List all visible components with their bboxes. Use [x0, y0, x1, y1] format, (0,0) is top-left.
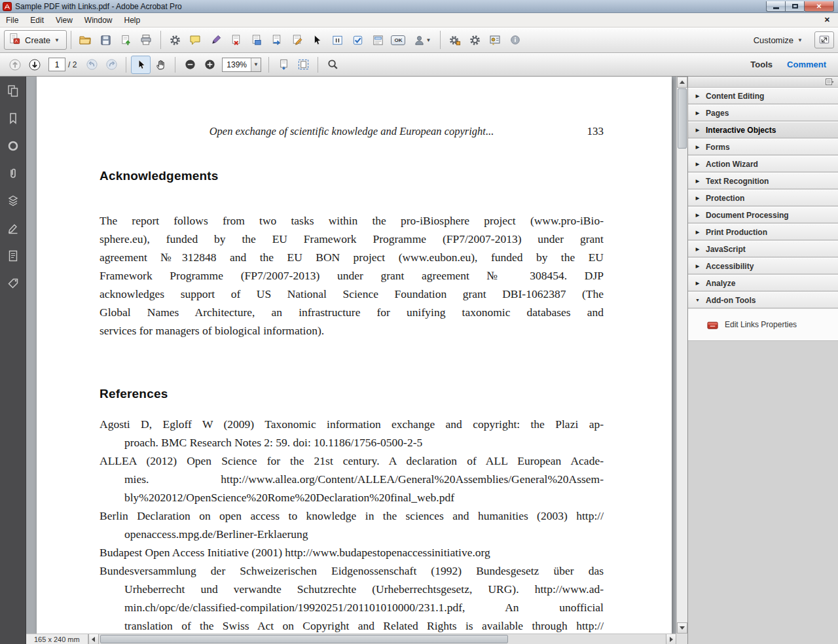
edit-links-properties-button[interactable]: Edit Links Properties [688, 319, 797, 331]
create-button[interactable]: Create ▼ [4, 30, 67, 50]
layers-button[interactable] [7, 194, 20, 207]
zoom-in-button[interactable] [200, 56, 219, 74]
settings-gear-button[interactable] [465, 30, 485, 50]
next-page-button[interactable] [25, 56, 45, 74]
panel-item-protection[interactable]: ▶Protection [688, 190, 838, 206]
panel-item-forms[interactable]: ▶Forms [688, 139, 838, 155]
open-button[interactable] [75, 30, 96, 50]
ack-line: sphere.eu), funded by the EU Framework P… [100, 230, 604, 248]
select-tool-button[interactable] [131, 56, 151, 74]
maximize-button[interactable] [785, 1, 804, 12]
read-mode-button[interactable] [814, 31, 834, 48]
action-gear-button[interactable] [445, 30, 465, 50]
panes-switcher: Tools Comment [750, 60, 833, 69]
panel-item-action-wizard[interactable]: ▶Action Wizard [688, 156, 838, 172]
comment-pane-button[interactable]: Comment [787, 60, 826, 69]
panel-item-interactive-objects[interactable]: ▶Interactive Objects [688, 122, 838, 138]
fit-page-button[interactable] [293, 56, 313, 74]
print-icon [139, 33, 153, 46]
page-number-input[interactable] [48, 58, 65, 71]
chevron-right-icon: ▶ [695, 230, 701, 235]
document-close-button[interactable]: ✕ [822, 16, 833, 24]
window-title: Sample PDF with Links.pdf - Adobe Acroba… [15, 2, 182, 11]
vertical-scrollbar[interactable] [676, 77, 687, 634]
save-icon [100, 34, 112, 46]
reference-line: ALLEA (2012) Open Science for the 21st c… [100, 452, 604, 470]
page-stamp-button[interactable] [246, 30, 266, 50]
references-list: Agosti D, Egloff W (2009) Taxonomic info… [100, 415, 604, 634]
panel-item-pages[interactable]: ▶Pages [688, 105, 838, 121]
panel-item-print-production[interactable]: ▶Print Production [688, 224, 838, 240]
text-edit-button[interactable] [327, 30, 348, 50]
panel-item-analyze[interactable]: ▶Analyze [688, 275, 838, 291]
certificate-button[interactable] [485, 30, 505, 50]
menu-window[interactable]: Window [79, 14, 118, 27]
customize-label: Customize [754, 35, 793, 45]
horizontal-scrollbar[interactable] [99, 634, 666, 644]
comment-button[interactable] [185, 30, 206, 50]
hand-tool-button[interactable] [151, 56, 170, 74]
page-edit-button[interactable] [287, 30, 307, 50]
checkbox-field-button[interactable] [348, 30, 368, 50]
attachments-button[interactable] [7, 167, 20, 180]
tags-button[interactable] [7, 277, 20, 290]
sign-button[interactable] [206, 30, 226, 50]
panel-item-accessibility[interactable]: ▶Accessibility [688, 258, 838, 274]
scroll-up-button[interactable] [677, 77, 687, 88]
panel-item-add-on-tools[interactable]: ▼Add-on Tools [688, 292, 838, 308]
signatures-button[interactable] [7, 222, 20, 235]
panel-item-label: Text Recognition [706, 177, 769, 186]
reference-line: Agosti D, Egloff W (2009) Taxonomic info… [100, 415, 604, 433]
identity-button[interactable]: ▼ [409, 30, 436, 50]
tools-pane-button[interactable]: Tools [750, 60, 773, 69]
page-export-icon [270, 34, 283, 46]
content-button[interactable] [7, 249, 20, 262]
close-button[interactable]: ✕ [804, 1, 834, 12]
running-head: Open exchange of scientific knowledge an… [100, 125, 604, 138]
menu-view[interactable]: View [50, 14, 79, 27]
scroll-right-button[interactable] [666, 634, 676, 644]
panel-options-icon[interactable] [826, 79, 834, 86]
page-delete-button[interactable] [226, 30, 246, 50]
horizontal-scrollbar-thumb[interactable] [100, 635, 509, 643]
previous-view-button[interactable] [82, 56, 101, 74]
chevron-down-icon[interactable]: ▼ [251, 58, 261, 71]
zoom-out-button[interactable] [180, 56, 200, 74]
scroll-left-button[interactable] [88, 634, 99, 644]
scroll-down-button[interactable] [677, 622, 687, 634]
ok-button-field[interactable]: OK [388, 30, 409, 50]
checkbox-icon [352, 34, 364, 46]
gear-badge-icon [448, 34, 461, 46]
vertical-scrollbar-thumb[interactable] [678, 88, 687, 149]
scrolling-mode-button[interactable] [274, 56, 293, 74]
page-thumbnails-button[interactable] [7, 84, 20, 98]
save-button[interactable] [96, 30, 116, 50]
search-button[interactable] [323, 56, 342, 74]
next-view-button[interactable] [101, 56, 121, 74]
page-thumbnails-icon [7, 84, 20, 98]
bookmarks-button[interactable] [7, 112, 20, 125]
panel-item-document-processing[interactable]: ▶Document Processing [688, 207, 838, 223]
preferences-button[interactable] [165, 30, 185, 50]
toolbar-separator [175, 57, 175, 73]
destinations-button[interactable] [7, 139, 20, 152]
menu-help[interactable]: Help [118, 14, 147, 27]
menu-edit[interactable]: Edit [24, 14, 50, 27]
form-field-button[interactable] [368, 30, 388, 50]
panel-item-text-recognition[interactable]: ▶Text Recognition [688, 173, 838, 189]
previous-page-button[interactable] [5, 56, 25, 74]
minimize-button[interactable] [766, 1, 785, 12]
menu-file[interactable]: File [0, 14, 24, 27]
panel-item-label: Pages [706, 109, 729, 118]
customize-dropdown[interactable]: Customize ▼ [748, 32, 808, 48]
panel-item-content-editing[interactable]: ▶Content Editing [688, 88, 838, 104]
bookmarks-icon [7, 112, 20, 125]
info-button[interactable] [505, 30, 526, 50]
cursor-tool-button[interactable] [307, 30, 327, 50]
page-export-button[interactable] [266, 30, 287, 50]
chevron-right-icon: ▶ [695, 111, 701, 116]
panel-item-javascript[interactable]: ▶JavaScript [688, 241, 838, 257]
zoom-level-dropdown[interactable]: 139% ▼ [222, 58, 261, 72]
upload-button[interactable] [116, 30, 136, 50]
print-button[interactable] [136, 30, 156, 50]
